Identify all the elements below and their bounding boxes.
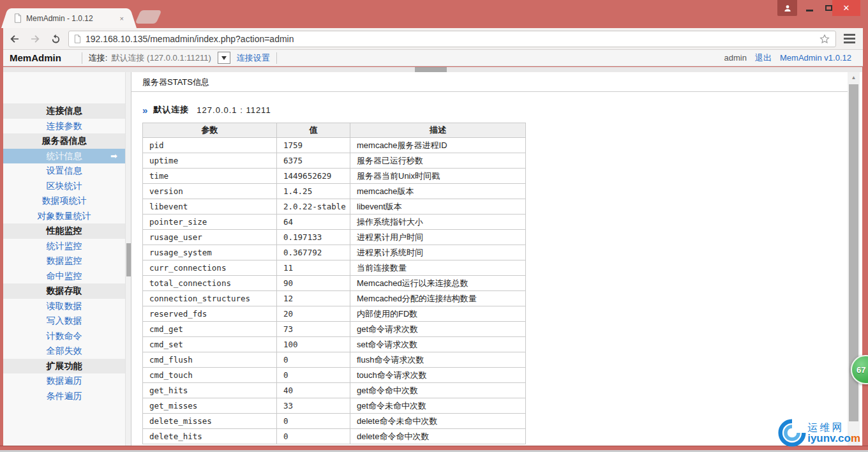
sidebar-item[interactable]: 条件遍历 (3, 389, 125, 404)
watermark-site-url: iyunv.com (807, 433, 860, 444)
sidebar-item-label: 数据项统计 (42, 195, 87, 206)
stat-description: memcache服务器进程ID (350, 138, 526, 153)
stat-value: 0 (277, 368, 350, 383)
iyunv-logo-icon (778, 419, 806, 447)
table-row: pointer_size64操作系统指针大小 (143, 215, 526, 230)
sidebar-item[interactable]: 统计监控 (3, 239, 125, 254)
sidebar-item[interactable]: 区块统计 (3, 179, 125, 194)
stat-param: libevent (143, 199, 277, 215)
menu-icon[interactable] (841, 31, 858, 47)
stat-param: get_hits (143, 383, 277, 398)
sidebar-item-label: 全部失效 (47, 345, 82, 356)
browser-tab[interactable]: MemAdmin - 1.0.12 × (9, 8, 129, 28)
stat-description: delete命令命中次数 (350, 429, 526, 444)
double-chevron-icon: » (142, 105, 147, 116)
new-tab-button[interactable] (135, 10, 161, 24)
server-name: 默认连接 (153, 104, 189, 116)
sidebar-menu: 连接信息连接参数服务器信息统计信息➡设置信息区块统计数据项统计对象数量统计性能监… (3, 103, 125, 403)
url-bar[interactable]: 192.168.10.135/memadmin/index.php?action… (68, 31, 836, 47)
sidebar-item[interactable]: 读取数据 (3, 299, 125, 314)
stat-param: cmd_get (143, 322, 277, 337)
username: admin (724, 53, 747, 63)
stat-param: cmd_set (143, 337, 277, 352)
chevron-down-icon (221, 56, 227, 60)
stat-param: time (143, 169, 277, 184)
minimize-button[interactable] (800, 0, 818, 16)
table-row: get_hits40get命令命中次数 (143, 383, 526, 398)
sidebar-item[interactable]: 数据遍历 (3, 373, 125, 389)
refresh-icon (50, 33, 61, 44)
sidebar-item[interactable]: 数据监控 (3, 253, 125, 269)
connection-dropdown[interactable] (218, 52, 230, 64)
connection-value: 默认连接 (127.0.0.1:11211) (111, 52, 211, 64)
sidebar-item-label: 服务器信息 (42, 135, 87, 146)
sidebar-item[interactable]: 设置信息 (3, 163, 125, 179)
stat-value: 0.197133 (277, 230, 350, 245)
sidebar-item[interactable]: 写入数据 (3, 313, 125, 329)
stat-param: rusage_system (143, 245, 277, 260)
horizontal-scrollbar-thumb[interactable] (415, 67, 447, 72)
sidebar-scrollbar[interactable] (125, 72, 131, 446)
sidebar-item[interactable]: 统计信息➡ (3, 149, 125, 164)
badge-count: 67 (857, 365, 865, 375)
stat-param: get_misses (143, 398, 277, 414)
profile-button[interactable] (777, 0, 797, 16)
sidebar-item-label: 统计信息 (47, 151, 82, 161)
vertical-scrollbar[interactable]: ▲ (848, 72, 860, 446)
stat-value: 90 (277, 276, 350, 291)
table-row: version1.4.25memcache版本 (143, 184, 526, 199)
sidebar-section-header: 服务器信息 (3, 133, 125, 149)
stat-value: 1449652629 (277, 169, 350, 184)
sidebar-scrollbar-thumb[interactable] (126, 243, 131, 276)
back-button[interactable] (6, 30, 24, 48)
watermark-site-name: 运维网 (807, 422, 860, 433)
sidebar-item[interactable]: 对象数量统计 (3, 209, 125, 224)
sidebar-item[interactable]: 数据项统计 (3, 193, 125, 209)
version-link[interactable]: MemAdmin v1.0.12 (780, 53, 851, 63)
scroll-up-icon[interactable]: ▲ (848, 72, 860, 83)
minimize-icon (806, 10, 813, 11)
sidebar-item[interactable]: 计数命令 (3, 329, 125, 344)
sidebar-item[interactable]: 连接参数 (3, 119, 125, 134)
stat-value: 73 (277, 322, 350, 337)
sidebar-section-header: 扩展功能 (3, 359, 125, 374)
stat-param: reserved_fds (143, 306, 277, 322)
sidebar-item-label: 条件遍历 (47, 391, 82, 401)
stat-param: curr_connections (143, 260, 277, 276)
sidebar-item[interactable]: 全部失效 (3, 343, 125, 359)
stats-column-header: 值 (277, 123, 350, 138)
stat-description: 服务器已运行秒数 (350, 153, 526, 169)
close-icon: ✕ (843, 3, 850, 13)
person-icon (783, 4, 792, 13)
sidebar: 连接信息连接参数服务器信息统计信息➡设置信息区块统计数据项统计对象数量统计性能监… (3, 72, 125, 446)
stat-description: get命令请求次数 (350, 322, 526, 337)
close-button[interactable]: ✕ (832, 0, 860, 16)
stat-description: 操作系统指针大小 (350, 215, 526, 230)
stat-description: Memcached运行以来连接总数 (350, 276, 526, 291)
browser-window: MemAdmin - 1.0.12 × ✕ (0, 0, 868, 452)
stat-param: delete_hits (143, 429, 277, 444)
divider (82, 52, 82, 64)
stat-value: 100 (277, 337, 350, 352)
sidebar-item-label: 设置信息 (47, 165, 82, 176)
stat-value: 0 (277, 352, 350, 368)
connection-label: 连接: (89, 52, 108, 64)
table-row: delete_hits0delete命令命中次数 (143, 429, 526, 444)
table-row: cmd_flush0flush命令请求次数 (143, 352, 526, 368)
horizontal-scrollbar[interactable] (3, 67, 862, 72)
browser-toolbar: 192.168.10.135/memadmin/index.php?action… (3, 28, 863, 50)
stat-description: 进程累计用户时间 (350, 230, 526, 245)
connection-settings-link[interactable]: 连接设置 (237, 52, 270, 64)
logout-link[interactable]: 退出 (755, 52, 772, 64)
maximize-icon (825, 5, 832, 11)
url-text[interactable]: 192.168.10.135/memadmin/index.php?action… (86, 34, 819, 44)
forward-button[interactable] (26, 30, 44, 48)
table-row: total_connections90Memcached运行以来连接总数 (143, 276, 526, 291)
bookmark-star-icon[interactable] (819, 33, 830, 45)
sidebar-item[interactable]: 命中监控 (3, 269, 125, 284)
refresh-button[interactable] (47, 30, 64, 48)
table-row: time1449652629服务器当前Unix时间戳 (143, 169, 526, 184)
stat-param: uptime (143, 153, 277, 169)
tab-close-icon[interactable]: × (120, 15, 124, 22)
divider (276, 52, 277, 64)
